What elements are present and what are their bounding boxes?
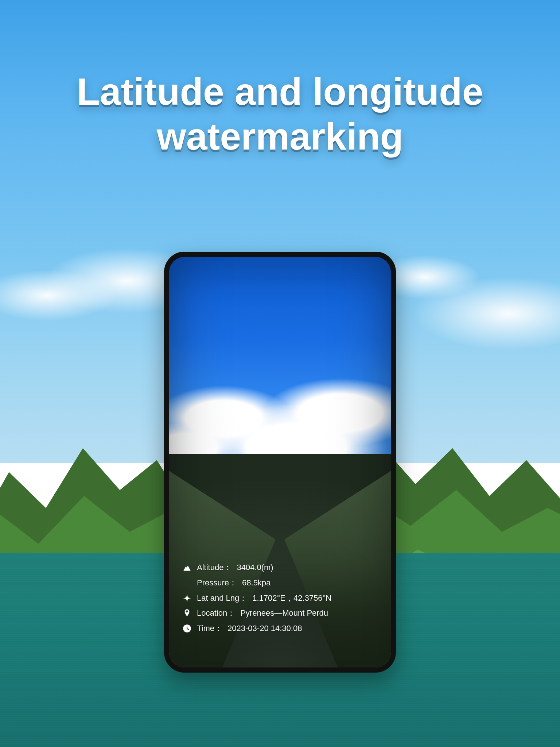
location-value: Pyrenees—Mount Perdu xyxy=(240,605,328,621)
page-title: Latitude and longitude watermarking xyxy=(0,69,560,159)
clock-icon xyxy=(182,624,192,633)
compass-icon xyxy=(182,593,192,603)
watermark-altitude: Altitude： 3404.0(m) xyxy=(182,560,384,575)
latlng-value: 1.1702°E，42.3756°N xyxy=(252,591,331,606)
watermark-location: Location： Pyrenees—Mount Perdu xyxy=(182,605,384,621)
title-line-2: watermarking xyxy=(29,114,531,159)
watermark-pressure: Pressure： 68.5kpa xyxy=(182,575,384,591)
altitude-label: Altitude： xyxy=(197,560,232,575)
watermark-overlay: Altitude： 3404.0(m) Pressure： 68.5kpa La… xyxy=(182,560,384,636)
title-line-1: Latitude and longitude xyxy=(29,69,531,114)
altitude-value: 3404.0(m) xyxy=(237,560,273,575)
pressure-icon xyxy=(182,578,192,588)
pressure-value: 68.5kpa xyxy=(242,575,271,591)
time-value: 2023-03-20 14:30:08 xyxy=(228,621,302,636)
phone-mockup: Altitude： 3404.0(m) Pressure： 68.5kpa La… xyxy=(164,252,396,673)
watermark-time: Time： 2023-03-20 14:30:08 xyxy=(182,621,384,636)
location-label: Location： xyxy=(197,605,235,621)
time-label: Time： xyxy=(197,621,222,636)
watermark-latlng: Lat and Lng： 1.1702°E，42.3756°N xyxy=(182,591,384,606)
pressure-label: Pressure： xyxy=(197,575,237,591)
pin-icon xyxy=(182,608,192,618)
phone-screen: Altitude： 3404.0(m) Pressure： 68.5kpa La… xyxy=(169,257,391,667)
mountain-icon xyxy=(182,563,192,572)
latlng-label: Lat and Lng： xyxy=(197,591,247,606)
